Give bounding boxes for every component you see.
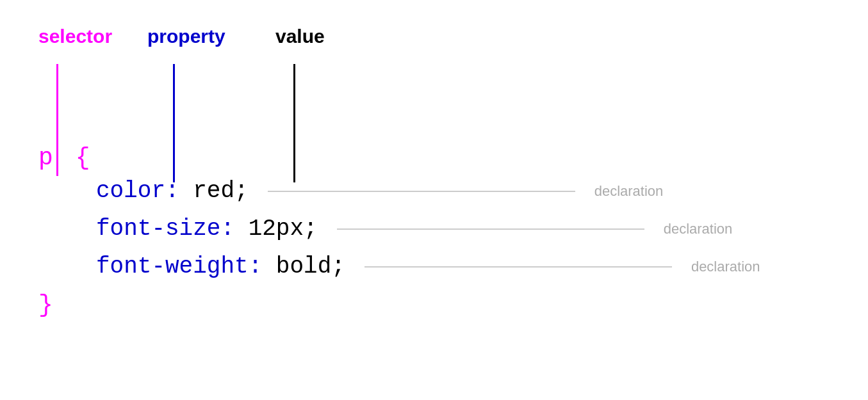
property-value-3: bold;: [276, 253, 345, 280]
header-labels: selector property value: [38, 26, 325, 47]
declaration-text-1: color: red;: [96, 178, 249, 204]
declaration-line-2: [337, 228, 644, 230]
declaration-label-3: declaration: [691, 259, 760, 275]
close-brace: }: [38, 291, 53, 319]
declaration-label-1: declaration: [594, 183, 664, 200]
property-name-2: font-size: [96, 216, 220, 242]
value-label: value: [275, 26, 325, 47]
property-value-2: 12px;: [249, 216, 318, 242]
selector-label: selector: [38, 26, 141, 47]
css-selector: p: [38, 144, 53, 172]
property-value-1: red;: [193, 178, 248, 204]
property-name-3: font-weight: [96, 253, 249, 280]
declarations-block: color: red; declaration font-size: 12px;…: [96, 178, 760, 280]
property-name-1: color: [96, 178, 165, 204]
declaration-row: font-size: 12px; declaration: [96, 216, 760, 242]
declaration-text-3: font-weight: bold;: [96, 253, 345, 280]
main-container: selector property value p { color: red; …: [0, 0, 868, 400]
selector-open-brace-line: p {: [38, 144, 760, 172]
declaration-line-1: [268, 191, 575, 192]
declaration-row: color: red; declaration: [96, 178, 760, 204]
open-brace: {: [76, 144, 90, 172]
css-block: p { color: red; declaration font-size: 1…: [38, 144, 760, 319]
property-label: property: [147, 26, 269, 47]
declaration-row: font-weight: bold; declaration: [96, 253, 760, 280]
declaration-label-2: declaration: [664, 221, 733, 237]
close-brace-line: }: [38, 291, 760, 319]
declaration-text-2: font-size: 12px;: [96, 216, 318, 242]
declaration-line-3: [364, 266, 672, 268]
